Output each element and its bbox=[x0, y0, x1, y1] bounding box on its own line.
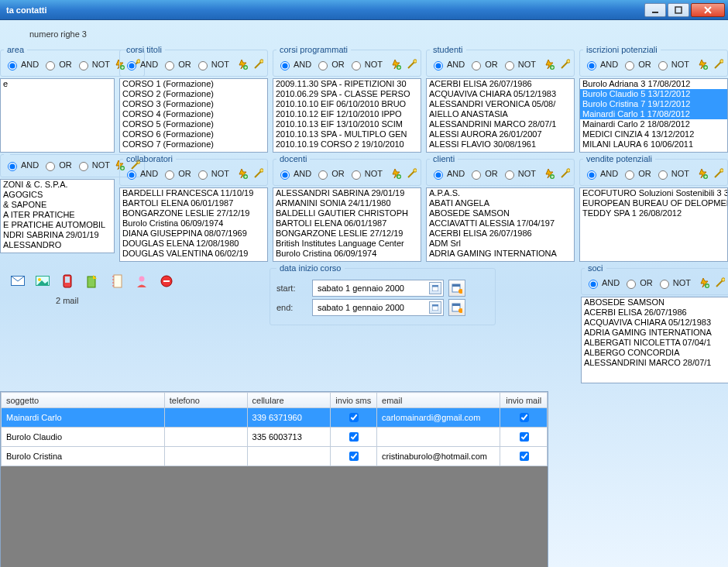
date-end-picker[interactable]: sabato 1 gennaio 2000 bbox=[312, 299, 444, 316]
r-clienti-and-radio[interactable]: AND bbox=[430, 168, 465, 180]
list-item[interactable]: ABOSEDE SAMSON bbox=[582, 297, 728, 308]
list-item[interactable]: BALDELLI GAUTIER CHRISTOPH bbox=[273, 208, 421, 218]
list-item[interactable]: 2010.10.19 CORSO 2 19/10/2010 bbox=[273, 139, 421, 149]
dropdown-icon[interactable] bbox=[429, 282, 441, 294]
filter-wand-icon[interactable] bbox=[712, 58, 724, 70]
list-item[interactable]: ACERBI ELISA 26/07/1986 bbox=[427, 79, 574, 89]
list-item[interactable]: BARTOLI ELENA 06/01/1987 bbox=[273, 218, 421, 229]
r-soci-and-radio[interactable]: AND bbox=[585, 277, 620, 289]
list-item[interactable]: DIANA GIUSEPPINA 08/07/1969 bbox=[120, 229, 267, 239]
list-item[interactable]: ACQUAVIVA CHIARA 05/12/1983 bbox=[582, 318, 728, 328]
list-item[interactable]: ACERBI ELISA 26/07/1986 bbox=[427, 229, 574, 239]
filter-wand-icon[interactable] bbox=[252, 58, 264, 70]
filter-action-icon[interactable] bbox=[236, 58, 249, 70]
r-r2c0-not-radio[interactable]: NOT bbox=[75, 160, 110, 171]
r-collaboratori-or-radio[interactable]: OR bbox=[161, 168, 191, 180]
filter-action-icon[interactable] bbox=[543, 58, 555, 70]
filter-listbox[interactable]: ZONI & C. S.P.A.AGOGICS& SAPONEA ITER PR… bbox=[0, 179, 115, 253]
r-corsi titoli-and-radio[interactable]: AND bbox=[123, 59, 158, 70]
row-checkbox[interactable] bbox=[520, 452, 529, 461]
filter-listbox[interactable]: Burolo Adriana 3 17/08/2012Burolo Claudi… bbox=[579, 78, 728, 153]
r-docenti-or-radio[interactable]: OR bbox=[314, 168, 345, 180]
list-item[interactable]: BARDELLI FRANCESCA 11/10/19 bbox=[120, 188, 267, 198]
export-icon[interactable] bbox=[85, 274, 99, 288]
list-item[interactable]: Burolo Cristina 7 19/12/2012 bbox=[580, 99, 727, 109]
list-item[interactable]: BONGARZONE LESLIE 27/12/19 bbox=[120, 208, 267, 218]
column-header[interactable]: email bbox=[377, 393, 500, 408]
list-item[interactable]: MEDICI CINZIA 4 13/12/2012 bbox=[580, 129, 727, 139]
list-item[interactable]: 2010.10.13 EIF 13/10/2010 SCIM bbox=[273, 119, 421, 129]
filter-listbox[interactable]: ACERBI ELISA 26/07/1986ACQUAVIVA CHIARA … bbox=[426, 78, 575, 153]
r-collaboratori-not-radio[interactable]: NOT bbox=[194, 168, 229, 180]
r-clienti-or-radio[interactable]: OR bbox=[468, 168, 498, 180]
list-item[interactable]: ALBERGO CONCORDIA bbox=[582, 348, 728, 358]
r-r2c0-and-radio[interactable]: AND bbox=[4, 160, 39, 171]
table-row[interactable]: Burolo Claudio335 6003713 bbox=[2, 428, 548, 447]
filter-listbox[interactable]: A.P.A.S.ABATI ANGELAABOSEDE SAMSONACCIAV… bbox=[426, 187, 575, 262]
filter-listbox[interactable]: 2009.11.30 SPA - RIPETIZIONI 302010.06.2… bbox=[273, 78, 421, 153]
filter-listbox[interactable]: BARDELLI FRANCESCA 11/10/19BARTOLI ELENA… bbox=[119, 187, 268, 262]
list-item[interactable]: BONGARZONE LESLIE 27/12/19 bbox=[273, 229, 421, 239]
filter-wand-icon[interactable] bbox=[558, 58, 571, 70]
r-vendite potenziali-and-radio[interactable]: AND bbox=[583, 168, 618, 180]
list-item[interactable]: ADM Srl bbox=[427, 239, 574, 249]
column-header[interactable]: telefono bbox=[164, 393, 247, 408]
filter-action-icon[interactable] bbox=[390, 167, 402, 180]
r-studenti-not-radio[interactable]: NOT bbox=[501, 59, 536, 70]
r-iscrizioni potenziali-or-radio[interactable]: OR bbox=[621, 59, 651, 70]
date-end-apply-button[interactable] bbox=[448, 299, 465, 316]
column-header[interactable]: invio mail bbox=[500, 393, 548, 408]
list-item[interactable]: Burolo Claudio 5 13/12/2012 bbox=[580, 89, 727, 99]
list-item[interactable]: BARTOLI ELENA 06/01/1987 bbox=[120, 198, 267, 208]
email-icon[interactable] bbox=[11, 274, 25, 288]
r-corsi programmati-not-radio[interactable]: NOT bbox=[348, 59, 383, 70]
filter-wand-icon[interactable] bbox=[252, 167, 264, 180]
list-item[interactable]: Burolo Adriana 3 17/08/2012 bbox=[580, 79, 727, 89]
list-item[interactable]: ALESSANDRI VERONICA 05/08/ bbox=[427, 99, 574, 109]
r-r2c0-or-radio[interactable]: OR bbox=[42, 160, 72, 171]
list-item[interactable]: AIELLO ANASTASIA bbox=[427, 109, 574, 119]
list-item[interactable]: Mainardi Carlo 1 17/08/2012 bbox=[580, 109, 727, 119]
r-soci-not-radio[interactable]: NOT bbox=[656, 277, 691, 289]
list-item[interactable]: 2010.10.13 SPA - MULTIPLO GEN bbox=[273, 129, 421, 139]
list-item[interactable]: CORSO 6 (Formazione) bbox=[120, 129, 267, 139]
list-item[interactable]: Burolo Cristina 06/09/1974 bbox=[273, 249, 421, 259]
list-item[interactable]: EUROPEAN BUREAU OF DELOPMEN bbox=[580, 198, 727, 208]
filter-listbox[interactable]: ALESSANDRI SABRINA 29/01/19ARMANINI SONI… bbox=[273, 187, 421, 262]
r-studenti-or-radio[interactable]: OR bbox=[468, 59, 498, 70]
r-iscrizioni potenziali-not-radio[interactable]: NOT bbox=[654, 59, 689, 70]
list-item[interactable]: 2009.11.30 SPA - RIPETIZIONI 30 bbox=[273, 79, 421, 89]
filter-listbox[interactable]: ECOFUTURO Soluzioni Sostenibili 3 3EUROP… bbox=[579, 187, 728, 262]
list-item[interactable]: e bbox=[1, 79, 114, 89]
list-item[interactable]: ACERBI ELISA 26/07/1986 bbox=[582, 308, 728, 318]
list-item[interactable]: British Institutes Language Center bbox=[273, 239, 421, 249]
filter-action-icon[interactable] bbox=[696, 167, 709, 180]
row-checkbox[interactable] bbox=[349, 432, 359, 442]
list-item[interactable]: ACCIAVATTI ALESSIA 17/04/197 bbox=[427, 218, 574, 229]
r-area-and-radio[interactable]: AND bbox=[4, 59, 39, 70]
r-docenti-and-radio[interactable]: AND bbox=[276, 168, 311, 180]
filter-wand-icon[interactable] bbox=[712, 167, 724, 180]
column-header[interactable]: invio sms bbox=[330, 393, 377, 408]
r-iscrizioni potenziali-and-radio[interactable]: AND bbox=[583, 59, 618, 70]
person-icon[interactable] bbox=[135, 274, 149, 288]
date-start-picker[interactable]: sabato 1 gennaio 2000 bbox=[312, 280, 444, 297]
r-corsi titoli-not-radio[interactable]: NOT bbox=[194, 59, 229, 70]
r-corsi programmati-and-radio[interactable]: AND bbox=[276, 59, 311, 70]
picture-icon[interactable] bbox=[36, 274, 50, 288]
filter-listbox[interactable]: CORSO 1 (Formazione)CORSO 2 (Formazione)… bbox=[119, 78, 268, 153]
filter-action-icon[interactable] bbox=[236, 167, 249, 180]
r-vendite potenziali-or-radio[interactable]: OR bbox=[621, 168, 651, 180]
filter-wand-icon[interactable] bbox=[713, 277, 726, 289]
list-item[interactable]: ALESSI FLAVIO 30/08/1961 bbox=[427, 139, 574, 149]
r-soci-or-radio[interactable]: OR bbox=[623, 277, 653, 289]
list-item[interactable]: ACQUAVIVA CHIARA 05/12/1983 bbox=[427, 89, 574, 99]
list-item[interactable]: ADRIA GAMING INTERNATIONA bbox=[427, 249, 574, 259]
row-checkbox[interactable] bbox=[349, 413, 359, 422]
notes-icon[interactable] bbox=[110, 274, 124, 288]
list-item[interactable]: ALESSANDRINI MARCO 28/07/1 bbox=[582, 358, 728, 368]
r-docenti-not-radio[interactable]: NOT bbox=[348, 168, 383, 180]
list-item[interactable]: ALESSANDRI SABRINA 29/01/19 bbox=[273, 188, 421, 198]
filter-action-icon[interactable] bbox=[543, 167, 555, 180]
window-maximize-button[interactable] bbox=[668, 3, 689, 17]
